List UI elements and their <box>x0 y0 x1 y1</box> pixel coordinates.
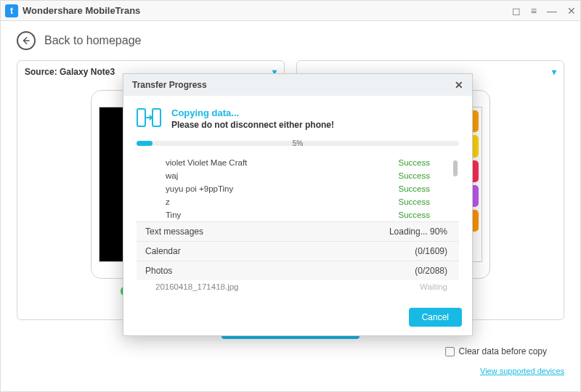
svg-rect-0 <box>137 109 145 126</box>
back-label: Back to homepage <box>44 34 141 47</box>
transfer-icon <box>137 107 161 131</box>
chevron-down-icon[interactable]: ▾ <box>552 67 556 77</box>
title-bar: t Wondershare MobileTrans ◻ ≡ — ✕ <box>1 1 580 21</box>
transfer-log-list: violet Violet Mae CraftSuccesswajSuccess… <box>137 156 459 293</box>
category-row: Text messagesLoading... 90% <box>137 221 459 241</box>
item-row: wajSuccess <box>137 169 459 182</box>
progress-percent: 5% <box>137 139 459 147</box>
app-logo-icon: t <box>5 4 18 17</box>
checkbox-icon <box>445 347 455 356</box>
category-row: Calendar(0/1609) <box>137 241 459 261</box>
source-label: Source: <box>25 67 57 77</box>
transfer-progress-dialog: Transfer Progress ✕ Copying data... Plea… <box>123 73 473 336</box>
cancel-button[interactable]: Cancel <box>409 308 462 327</box>
item-row: TinySuccess <box>137 208 459 221</box>
dialog-close-button[interactable]: ✕ <box>455 79 463 91</box>
scrollbar[interactable] <box>453 156 458 197</box>
progress-bar: 5% <box>137 141 459 146</box>
sub-item-row: 20160418_171418.jpgWaiting <box>137 280 459 293</box>
clear-data-checkbox[interactable]: Clear data before copy <box>445 346 547 356</box>
menu-icon[interactable]: ≡ <box>531 6 537 16</box>
back-button[interactable] <box>17 31 36 50</box>
dialog-title: Transfer Progress <box>132 80 207 90</box>
app-title: Wondershare MobileTrans <box>23 5 140 16</box>
source-device: Galaxy Note3 <box>60 67 115 77</box>
supported-devices-link[interactable]: View supported devices <box>480 367 564 375</box>
arrow-left-icon <box>21 36 31 46</box>
feedback-icon[interactable]: ◻ <box>512 6 521 16</box>
category-row: Photos(0/2088) <box>137 261 459 280</box>
item-row: zSuccess <box>137 195 459 208</box>
close-icon[interactable]: ✕ <box>567 6 576 16</box>
dialog-subheading: Please do not disconnect either phone! <box>171 120 334 130</box>
item-row: violet Violet Mae CraftSuccess <box>137 156 459 169</box>
dialog-heading: Copying data... <box>171 107 334 118</box>
item-row: yuyu poi +9ppTinySuccess <box>137 182 459 195</box>
minimize-icon[interactable]: — <box>547 6 557 16</box>
svg-rect-1 <box>153 109 161 126</box>
